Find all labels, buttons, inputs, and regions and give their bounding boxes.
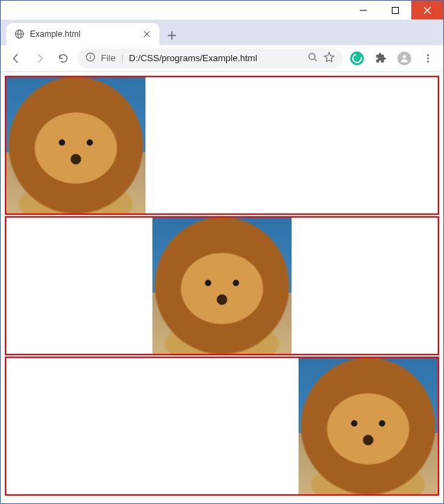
profile-button[interactable] xyxy=(395,49,414,68)
minimize-button[interactable] xyxy=(347,1,379,19)
svg-point-14 xyxy=(309,53,315,59)
svg-rect-1 xyxy=(393,7,399,13)
browser-tab-active[interactable]: Example.html xyxy=(6,23,159,45)
star-icon[interactable] xyxy=(324,51,335,65)
chrome-window: Example.html File | D:/CSS/programs/Exam… xyxy=(0,0,444,504)
reload-button[interactable] xyxy=(54,49,73,68)
forward-button[interactable] xyxy=(30,49,49,68)
demo-box-right xyxy=(5,357,439,496)
zoom-icon[interactable] xyxy=(308,52,318,65)
grammarly-extension-icon[interactable] xyxy=(347,49,367,68)
window-titlebar xyxy=(1,1,443,20)
titlebar-spacer xyxy=(1,1,347,19)
url-separator: | xyxy=(121,53,123,63)
site-info-icon[interactable] xyxy=(86,52,95,64)
demo-box-left xyxy=(5,76,439,215)
close-window-button[interactable] xyxy=(411,1,443,19)
avatar-icon xyxy=(397,51,411,65)
extensions-icon[interactable] xyxy=(371,49,390,68)
back-button[interactable] xyxy=(6,49,26,68)
svg-point-19 xyxy=(427,60,429,63)
window-controls xyxy=(347,1,443,19)
svg-point-17 xyxy=(427,54,429,56)
close-tab-button[interactable] xyxy=(141,29,152,40)
tab-title: Example.html xyxy=(30,29,136,39)
menu-button[interactable] xyxy=(418,49,438,68)
svg-point-16 xyxy=(403,55,406,58)
url-scheme-label: File xyxy=(101,53,116,63)
tab-strip: Example.html xyxy=(1,20,443,45)
page-viewport xyxy=(1,72,443,503)
svg-point-13 xyxy=(90,54,91,56)
new-tab-button[interactable] xyxy=(162,26,182,45)
address-bar[interactable]: File | D:/CSS/programs/Example.html xyxy=(77,49,343,68)
demo-box-center xyxy=(5,216,439,355)
svg-point-18 xyxy=(427,57,429,59)
url-text: D:/CSS/programs/Example.html xyxy=(129,53,257,63)
globe-icon xyxy=(15,29,24,39)
toolbar: File | D:/CSS/programs/Example.html xyxy=(1,45,443,72)
maximize-button[interactable] xyxy=(379,1,411,19)
svg-line-15 xyxy=(314,58,317,61)
